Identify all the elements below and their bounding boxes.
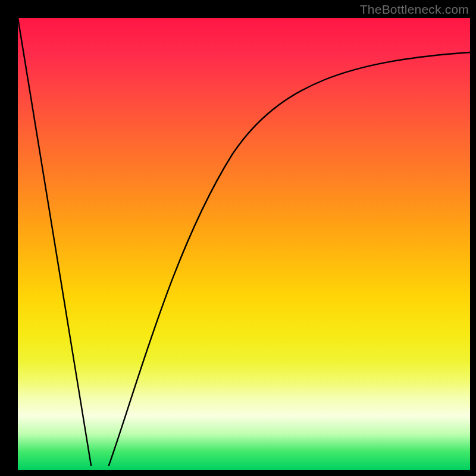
chart-frame: TheBottleneck.com <box>0 0 476 476</box>
watermark-text: TheBottleneck.com <box>360 2 469 17</box>
curve-left <box>18 18 91 465</box>
min-marker <box>88 461 476 476</box>
plot-area <box>18 18 470 470</box>
curve-layer <box>18 18 470 470</box>
curve-right <box>109 52 470 465</box>
